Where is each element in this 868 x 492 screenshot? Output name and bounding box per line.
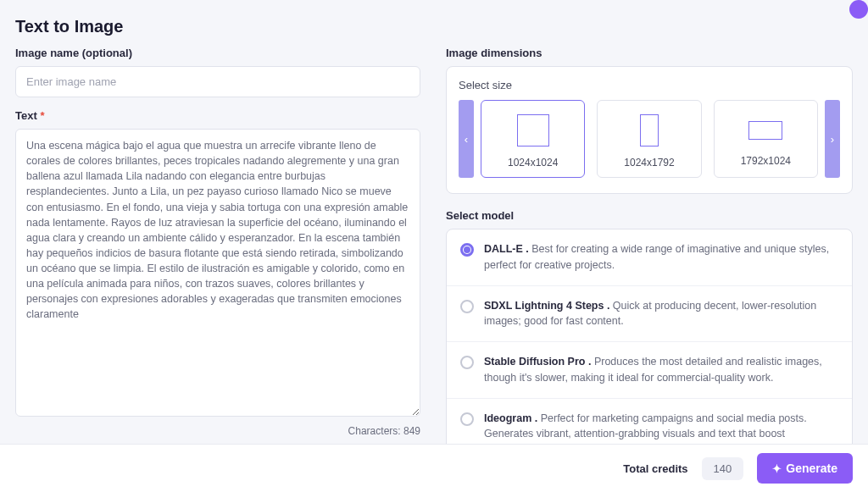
model-item-dalle[interactable]: DALL-E . Best for creating a wide range …	[447, 229, 852, 286]
model-item-stablediffusion[interactable]: Stable Diffusion Pro . Produces the most…	[447, 342, 852, 399]
size-shape-square-icon	[517, 114, 549, 146]
prompt-textarea[interactable]: Una escena mágica bajo el agua que muest…	[15, 129, 420, 417]
size-option-1024x1024[interactable]: 1024x1024	[481, 100, 585, 178]
select-model-heading: Select model	[446, 209, 853, 222]
image-name-input[interactable]	[15, 66, 420, 97]
generate-button[interactable]: ✦ Generate	[757, 453, 853, 484]
model-item-sdxl[interactable]: SDXL Lightning 4 Steps . Quick at produc…	[447, 286, 852, 343]
dimensions-heading: Image dimensions	[446, 47, 853, 59]
size-shape-portrait-icon	[640, 114, 659, 146]
text-label: Text *	[15, 109, 420, 122]
size-option-1792x1024[interactable]: 1792x1024	[714, 100, 818, 178]
footer: Total credits 140 ✦ Generate	[0, 444, 868, 492]
radio-icon	[460, 412, 474, 426]
size-next-button[interactable]: ›	[825, 100, 840, 178]
char-count: Characters: 849	[15, 425, 420, 437]
radio-icon	[460, 300, 474, 313]
sparkle-icon: ✦	[772, 462, 782, 475]
dimensions-panel: Select size ‹ 1024x1024 1024x1792 1792x1…	[446, 66, 853, 194]
credits-label: Total credits	[623, 462, 687, 475]
size-option-1024x1792[interactable]: 1024x1792	[597, 100, 701, 178]
size-shape-landscape-icon	[748, 121, 782, 140]
avatar[interactable]	[849, 0, 868, 19]
radio-icon	[460, 243, 474, 257]
radio-icon	[460, 356, 474, 369]
select-size-label: Select size	[459, 79, 840, 91]
credits-value: 140	[702, 457, 744, 480]
page-title: Text to Image	[0, 0, 868, 47]
image-name-label: Image name (optional)	[15, 47, 420, 59]
size-prev-button[interactable]: ‹	[459, 100, 474, 178]
